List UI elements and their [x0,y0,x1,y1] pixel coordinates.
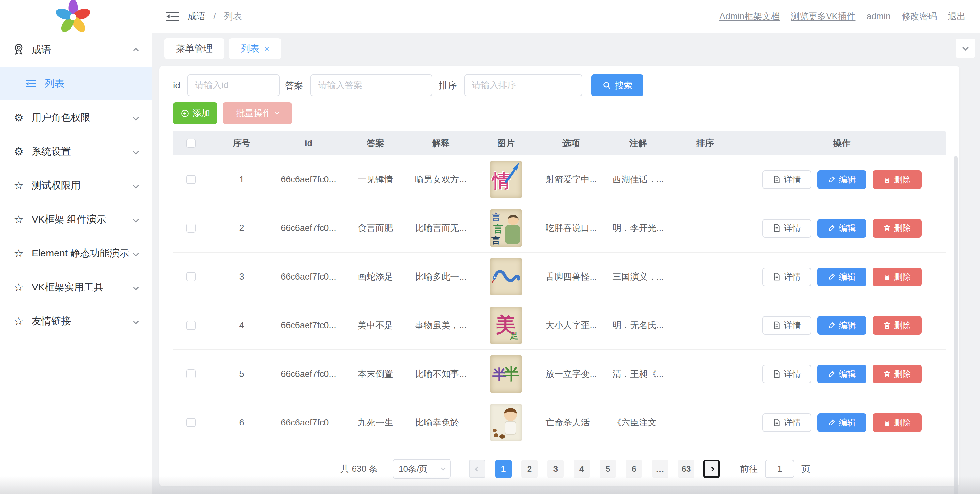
idiom-image[interactable] [490,404,522,441]
row-checkbox-cell [173,175,209,184]
page-button-63[interactable]: 63 [678,460,694,478]
row-checkbox[interactable] [186,418,196,427]
idiom-image[interactable]: 美足 [490,307,522,344]
page-button-6[interactable]: 6 [626,460,642,478]
search-button[interactable]: 搜索 [591,75,643,96]
idiom-image[interactable]: 半半 [490,355,522,392]
sidebar-collapse-icon[interactable] [166,10,180,22]
search-field-group-1: id [173,75,280,96]
table-scrollbar[interactable] [953,156,958,494]
cell-answer: 食言而肥 [343,222,408,234]
delete-button[interactable]: 删除 [873,170,921,189]
pagination: 共 630 条 10条/页 123456…63 前往 页 [340,459,810,479]
cell-note: 明．李开光... [604,222,673,234]
tab-1[interactable]: 菜单管理 [164,38,224,59]
cell-seq: 1 [209,175,274,185]
edit-button[interactable]: 编辑 [818,413,866,432]
next-page-button[interactable] [703,460,720,478]
more-pages-button[interactable]: … [652,460,668,478]
sidebar-item-3[interactable]: ⚙系统设置 [0,134,152,168]
sidebar-item-8[interactable]: ☆友情链接 [0,304,152,338]
pencil-icon [828,419,836,426]
cell-option: 放一立字变... [539,368,604,380]
cell-answer: 九死一生 [343,417,408,429]
page-size-select[interactable]: 10条/页 [393,459,451,479]
goto-page-input[interactable] [765,460,794,478]
header-link-2[interactable]: 浏览更多VK插件 [791,10,855,22]
chevron-down-icon [275,110,279,114]
sidebar-subitem-1[interactable]: 列表 [0,67,152,100]
search-input-1[interactable] [188,75,280,96]
header-link-5[interactable]: 退出 [948,10,966,22]
page-button-2[interactable]: 2 [521,460,538,478]
star-icon: ☆ [12,214,25,225]
pencil-icon [828,370,836,378]
sidebar-item-5[interactable]: ☆VK框架 组件演示 [0,202,152,236]
cell-option: 亡命杀人活... [539,417,604,429]
idiom-image[interactable]: 言言言 [490,210,522,247]
edit-button[interactable]: 编辑 [818,170,866,189]
page-button-4[interactable]: 4 [574,460,590,478]
cell-image [473,404,539,441]
plus-circle-icon [181,109,189,118]
row-checkbox[interactable] [186,321,196,330]
cell-option: 大小人字歪... [539,319,604,331]
edit-button[interactable]: 编辑 [818,365,866,383]
idiom-image[interactable] [490,258,522,295]
delete-button[interactable]: 删除 [873,413,921,432]
sidebar: 成语列表⚙用户角色权限⚙系统设置☆测试权限用☆VK框架 组件演示☆Element… [0,0,152,494]
detail-button[interactable]: 详情 [762,268,811,286]
row-checkbox[interactable] [186,272,196,281]
prev-page-button[interactable] [469,460,485,478]
detail-button[interactable]: 详情 [762,316,811,335]
cell-note: 三国演义．... [604,271,673,283]
edit-button[interactable]: 编辑 [818,219,866,238]
sidebar-item-1[interactable]: 成语 [0,33,152,67]
star-icon: ☆ [12,316,25,327]
page-button-5[interactable]: 5 [600,460,616,478]
delete-button[interactable]: 删除 [873,316,921,335]
gear-icon: ⚙ [12,112,25,123]
header-link-1[interactable]: Admin框架文档 [719,10,780,22]
delete-button[interactable]: 删除 [873,219,921,238]
sidebar-menu: 成语列表⚙用户角色权限⚙系统设置☆测试权限用☆VK框架 组件演示☆Element… [0,33,152,338]
search-input-3[interactable] [464,75,582,96]
tab-2[interactable]: 列表× [229,38,281,59]
column-header: 排序 [673,137,738,149]
delete-button-label: 删除 [894,369,911,380]
add-button[interactable]: 添加 [173,102,217,124]
search-input-2[interactable] [310,75,432,96]
star-icon: ☆ [12,282,25,293]
edit-button[interactable]: 编辑 [818,316,866,335]
header-checkbox-cell [173,139,209,148]
page-button-1[interactable]: 1 [495,460,512,478]
table-header-row: 序号id答案解释图片选项注解排序操作 [173,131,946,155]
delete-button[interactable]: 删除 [873,268,921,286]
detail-button[interactable]: 详情 [762,219,811,238]
sidebar-item-7[interactable]: ☆VK框架实用工具 [0,270,152,304]
pencil-icon [828,176,836,183]
sidebar-subitem-label: 列表 [45,77,64,91]
detail-button[interactable]: 详情 [762,413,811,432]
sidebar-item-4[interactable]: ☆测试权限用 [0,168,152,202]
sidebar-item-6[interactable]: ☆Element 静态功能演示 [0,236,152,270]
delete-button[interactable]: 删除 [873,365,921,383]
select-all-checkbox[interactable] [186,139,196,148]
page-button-3[interactable]: 3 [547,460,564,478]
row-checkbox[interactable] [186,369,196,378]
tab-dropdown-button[interactable] [956,38,975,58]
detail-button-label: 详情 [784,271,801,283]
header-link-4[interactable]: 修改密码 [902,10,937,22]
row-checkbox[interactable] [186,224,196,233]
edit-button[interactable]: 编辑 [818,268,866,286]
batch-actions-button[interactable]: 批量操作 [223,102,292,124]
row-checkbox[interactable] [186,175,196,184]
chevron-right-icon [709,466,714,472]
tab-close-icon[interactable]: × [264,44,269,53]
detail-button[interactable]: 详情 [762,170,811,189]
header-link-3[interactable]: admin [866,11,891,22]
detail-button[interactable]: 详情 [762,365,811,383]
app-logo-pinwheel-icon[interactable] [55,0,91,35]
idiom-image[interactable]: 情 [490,161,522,198]
sidebar-item-2[interactable]: ⚙用户角色权限 [0,100,152,134]
